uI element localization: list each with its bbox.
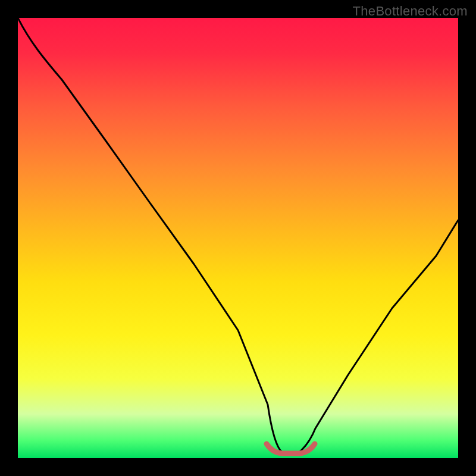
watermark-text: TheBottleneck.com xyxy=(353,4,468,19)
optimal-marker xyxy=(267,444,315,453)
plot-area xyxy=(18,18,458,458)
curve-layer xyxy=(18,18,458,458)
chart-frame: TheBottleneck.com xyxy=(0,0,476,476)
bottleneck-curve xyxy=(18,18,458,452)
